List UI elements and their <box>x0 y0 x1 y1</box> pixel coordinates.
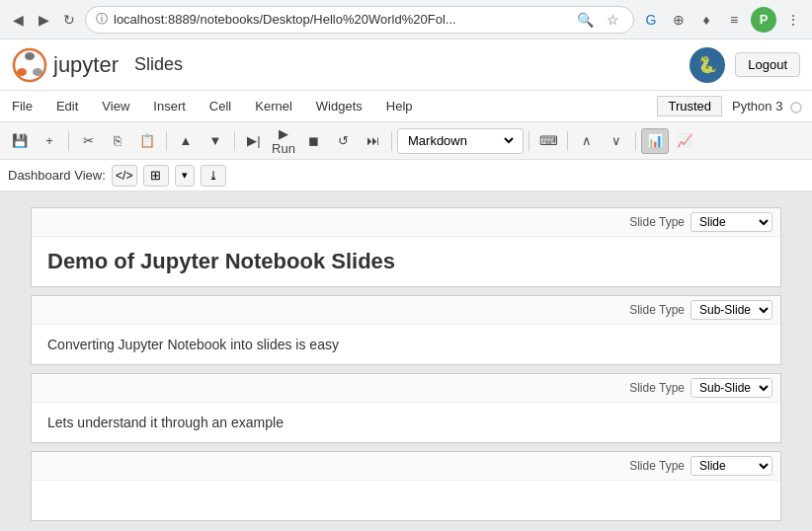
save-button[interactable]: 💾 <box>6 128 34 154</box>
code-view-button[interactable]: </> <box>112 165 137 187</box>
jupyter-title: jupyter <box>53 52 119 78</box>
slideshow-button[interactable]: 📊 <box>641 128 669 154</box>
run-icon[interactable]: ▶| <box>240 128 268 154</box>
browser-icons: G ⊕ ♦ ≡ P ⋮ <box>640 7 804 33</box>
toolbar-sep-4 <box>391 131 392 151</box>
toolbar-sep-3 <box>234 131 235 151</box>
chart-button[interactable]: 📈 <box>671 128 698 154</box>
toolbar-sep-5 <box>528 131 529 151</box>
slide-type-label-3: Slide Type <box>629 381 685 395</box>
menu-cell[interactable]: Cell <box>198 95 243 117</box>
svg-point-3 <box>33 68 42 76</box>
restart-button[interactable]: ↺ <box>329 128 357 154</box>
paste-button[interactable]: 📋 <box>133 128 161 154</box>
toolbar: 💾 + ✂ ⎘ 📋 ▲ ▼ ▶| ▶ Run ◼ ↺ ⏭ Markdown Co… <box>0 122 812 160</box>
url-bar[interactable]: ⓘ localhost:8889/notebooks/Desktop/Hello… <box>85 6 634 34</box>
move-down-button[interactable]: ▼ <box>202 128 229 154</box>
interrupt-button[interactable]: ◼ <box>299 128 327 154</box>
extension-icon-2[interactable]: ⊕ <box>668 9 690 31</box>
download-button[interactable]: ⤓ <box>201 165 226 187</box>
add-cell-button[interactable]: + <box>36 128 63 154</box>
toggle-header-button[interactable]: ∧ <box>573 128 601 154</box>
url-text: localhost:8889/notebooks/Desktop/Hello%2… <box>114 12 568 27</box>
jupyter-logo: jupyter <box>12 47 119 83</box>
menu-widgets[interactable]: Widgets <box>304 95 374 117</box>
dashboard-arrow[interactable]: ▾ <box>175 165 195 187</box>
slide-type-label-2: Slide Type <box>629 303 685 317</box>
svg-point-1 <box>25 52 35 60</box>
cell-2-body: Converting Jupyter Notebook into slides … <box>32 325 780 364</box>
notebook-area: Slide Type Slide Sub-Slide Fragment Skip… <box>0 191 812 531</box>
menu-insert[interactable]: Insert <box>141 95 198 117</box>
cell-4: Slide Type Slide Sub-Slide Fragment Skip… <box>31 451 781 521</box>
cell-3: Slide Type Slide Sub-Slide Fragment Skip… <box>31 373 781 443</box>
toolbar-sep-6 <box>567 131 568 151</box>
slide-type-select-1[interactable]: Slide Sub-Slide Fragment Skip Notes - <box>690 212 772 232</box>
cell-1-header: Slide Type Slide Sub-Slide Fragment Skip… <box>32 208 780 237</box>
back-button[interactable]: ◀ <box>8 10 28 30</box>
search-icon[interactable]: 🔍 <box>574 9 596 31</box>
cell-2-header: Slide Type Slide Sub-Slide Fragment Skip… <box>32 296 780 325</box>
menu-help[interactable]: Help <box>374 95 425 117</box>
slide-type-select-2[interactable]: Slide Sub-Slide Fragment Skip Notes - <box>690 300 772 320</box>
cell-2: Slide Type Slide Sub-Slide Fragment Skip… <box>31 295 781 365</box>
kernel-info: Python 3 <box>722 97 812 115</box>
cell-4-header: Slide Type Slide Sub-Slide Fragment Skip… <box>32 452 780 481</box>
slide-type-select-3[interactable]: Slide Sub-Slide Fragment Skip Notes - <box>690 378 772 398</box>
extension-icon-3[interactable]: ♦ <box>695 9 717 31</box>
content-wrapper: jupyter Slides 🐍 Logout File Edit View I… <box>0 39 812 531</box>
menu-file[interactable]: File <box>0 95 44 117</box>
trusted-button[interactable]: Trusted <box>657 96 722 116</box>
cell-type-select[interactable]: Markdown Code Raw NBConvert Heading <box>404 132 517 149</box>
cell-type-dropdown[interactable]: Markdown Code Raw NBConvert Heading <box>397 128 524 154</box>
menu-edit[interactable]: Edit <box>44 95 90 117</box>
browser-bar: ◀ ▶ ↻ ⓘ localhost:8889/notebooks/Desktop… <box>0 0 812 39</box>
forward-button[interactable]: ▶ <box>34 10 53 30</box>
menu-view[interactable]: View <box>90 95 141 117</box>
slide-type-label-4: Slide Type <box>629 459 685 473</box>
lock-icon: ⓘ <box>96 11 108 28</box>
reload-button[interactable]: ↻ <box>59 10 79 30</box>
svg-point-2 <box>17 68 27 76</box>
extension-icon-4[interactable]: ≡ <box>723 9 745 31</box>
profile-button[interactable]: P <box>751 7 776 33</box>
toolbar-sep-1 <box>68 131 69 151</box>
cut-button[interactable]: ✂ <box>74 128 102 154</box>
header-right: 🐍 Logout <box>690 47 800 83</box>
slide-type-label-1: Slide Type <box>629 215 685 229</box>
dashboard-bar: Dashboard View: </> ⊞ ▾ ⤓ <box>0 160 812 191</box>
toolbar-sep-7 <box>635 131 636 151</box>
toggle-toolbar-button[interactable]: ∨ <box>603 128 630 154</box>
cell-3-body: Lets understand it through an example <box>32 403 780 442</box>
toolbar-sep-2 <box>166 131 167 151</box>
slide-type-select-4[interactable]: Slide Sub-Slide Fragment Skip Notes - <box>690 456 772 476</box>
menu-bar: File Edit View Insert Cell Kernel Widget… <box>0 91 812 122</box>
extension-icon-1[interactable]: G <box>640 9 662 31</box>
keyboard-shortcut-button[interactable]: ⌨ <box>534 128 562 154</box>
grid-view-button[interactable]: ⊞ <box>143 165 169 187</box>
cell-1-body: Demo of Jupyter Notebook Slides <box>32 237 780 286</box>
menu-dots-icon[interactable]: ⋮ <box>782 9 804 31</box>
restart-run-button[interactable]: ⏭ <box>359 128 386 154</box>
cell-4-body <box>32 481 780 520</box>
move-up-button[interactable]: ▲ <box>172 128 200 154</box>
run-button[interactable]: ▶ Run <box>270 128 297 154</box>
notebook-name[interactable]: Slides <box>134 54 183 75</box>
python-icon: 🐍 <box>690 47 725 83</box>
dashboard-view-label: Dashboard View: <box>8 168 106 183</box>
cell-3-header: Slide Type Slide Sub-Slide Fragment Skip… <box>32 374 780 403</box>
copy-button[interactable]: ⎘ <box>104 128 131 154</box>
jupyter-logo-icon <box>12 47 47 83</box>
cell-1: Slide Type Slide Sub-Slide Fragment Skip… <box>31 207 781 287</box>
kernel-status-circle <box>790 102 802 114</box>
bookmark-icon[interactable]: ☆ <box>602 9 623 31</box>
logout-button[interactable]: Logout <box>735 52 800 77</box>
menu-kernel[interactable]: Kernel <box>243 95 304 117</box>
jupyter-header: jupyter Slides 🐍 Logout <box>0 39 812 91</box>
